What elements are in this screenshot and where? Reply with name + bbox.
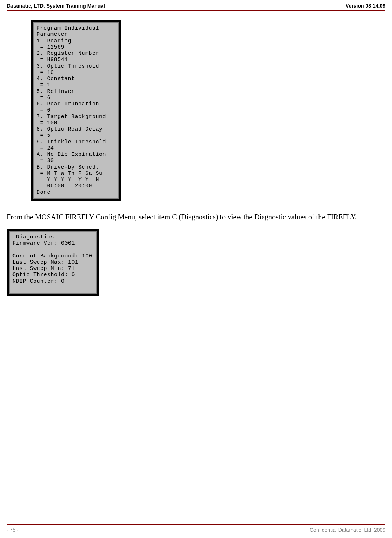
diag-line: Firmware Ver: 0001 <box>12 240 75 247</box>
config-item-label: 9. Trickle Threshold <box>37 139 106 145</box>
header-right: Version 08.14.09 <box>346 3 385 9</box>
footer-confidential: Confidential Datamatic, Ltd. 2009 <box>310 527 385 533</box>
config-title: Program Individual <box>37 25 99 31</box>
config-item-label: 7. Target Background <box>37 114 106 120</box>
page-header: Datamatic, LTD. System Training Manual V… <box>7 0 385 10</box>
config-item-value: = 30 <box>37 158 54 164</box>
config-screen-box: Program Individual Parameter 1 Reading =… <box>31 20 121 201</box>
footer-page-number: - 75 - <box>7 527 19 533</box>
config-item-value: = 1 <box>37 82 50 88</box>
config-item-value: = M T W Th F Sa Su <box>37 170 103 177</box>
page-footer: - 75 - Confidential Datamatic, Ltd. 2009 <box>7 524 385 533</box>
diag-line: Last Sweep Min: 71 <box>12 266 75 272</box>
config-sched-flags: Y Y Y Y Y Y N <box>37 177 99 183</box>
diag-line: Optic Threshold: 6 <box>12 272 75 278</box>
config-item-label: 8. Optic Read Delay <box>37 126 103 132</box>
config-item-label: 1 Reading <box>37 38 71 44</box>
config-item-label: 2. Register Number <box>37 50 99 57</box>
config-item-label: 6. Read Truncation <box>37 101 99 107</box>
config-item-label: B. Drive-by Sched. <box>37 164 99 170</box>
config-item-label: 4. Constant <box>37 76 75 82</box>
config-item-value: = 10 <box>37 69 54 76</box>
config-item-value: = 0 <box>37 107 50 113</box>
header-left: Datamatic, LTD. System Training Manual <box>7 3 105 9</box>
config-item-value: = 5 <box>37 132 50 139</box>
header-rule <box>7 10 385 11</box>
config-item-label: 3. Optic Threshold <box>37 63 99 69</box>
config-item-value: = 12569 <box>37 44 64 50</box>
config-sched-time: 06:00 – 20:00 <box>37 183 92 189</box>
config-item-value: = 100 <box>37 120 57 126</box>
diag-line: Current Background: 100 <box>12 253 93 259</box>
body-paragraph: From the MOSAIC FIREFLY Config Menu, sel… <box>7 212 385 222</box>
footer-rule <box>7 524 385 525</box>
config-item-value: = 24 <box>37 145 54 151</box>
diag-line: NDIP Counter: 0 <box>12 278 65 285</box>
config-subtitle: Parameter <box>37 31 68 38</box>
config-item-label: A. No Dip Expiration <box>37 151 106 158</box>
diagnostics-screen: -Diagnostics- Firmware Ver: 0001 Current… <box>9 231 97 294</box>
diag-line: Last Sweep Max: 101 <box>12 259 79 266</box>
config-screen: Program Individual Parameter 1 Reading =… <box>33 22 119 199</box>
diag-title: -Diagnostics- <box>12 234 58 240</box>
diagnostics-screen-box: -Diagnostics- Firmware Ver: 0001 Current… <box>7 229 99 296</box>
config-item-label: 5. Rollover <box>37 89 75 95</box>
config-item-value: = H98541 <box>37 57 68 63</box>
config-done: Done <box>37 189 50 196</box>
config-item-value: = 6 <box>37 95 50 101</box>
